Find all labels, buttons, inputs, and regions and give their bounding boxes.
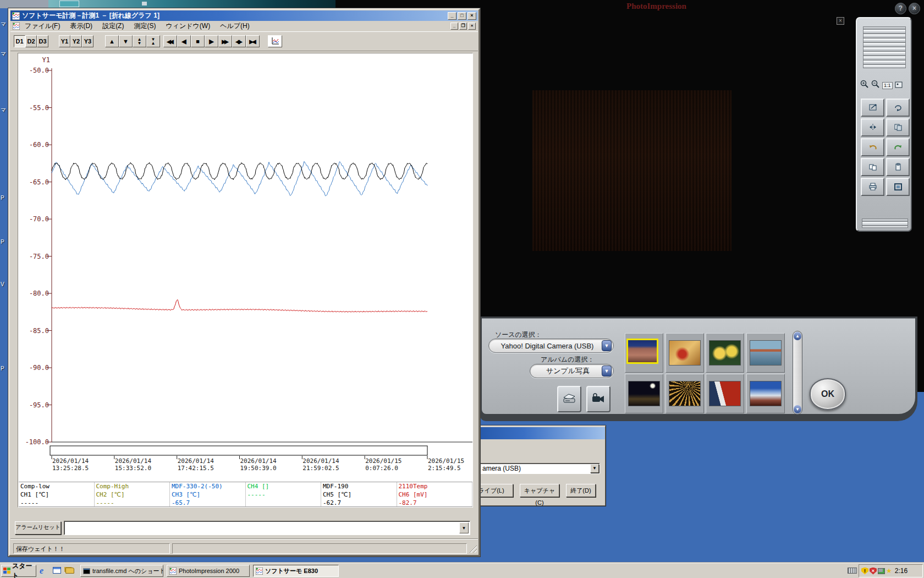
paste-button[interactable] (886, 158, 910, 176)
toolbar-button-d2[interactable]: D2 (25, 35, 37, 47)
resize-button[interactable] (861, 99, 884, 117)
desktop-icon-label-fragment: P (1, 366, 4, 372)
menu-s[interactable]: 測定(S) (129, 21, 161, 31)
acquire-camera-button[interactable] (586, 386, 610, 412)
acquire-scanner-button[interactable] (557, 386, 581, 412)
help-button[interactable]: ? (895, 3, 906, 14)
menu-d[interactable]: 表示(D) (65, 21, 97, 31)
menu-z[interactable]: 設定(Z) (97, 21, 129, 31)
softthermo-icon (256, 568, 263, 575)
fast-forward-icon[interactable]: ▶▶ (218, 35, 232, 47)
series-ch5 (52, 162, 427, 179)
stop-icon[interactable]: ■ (191, 35, 205, 47)
mdi-restore-button[interactable]: ❐ (459, 23, 467, 30)
meet-icon[interactable]: ▶◀ (246, 35, 260, 47)
star-icon[interactable]: ★ (886, 567, 892, 575)
thumbnail-yellow-flowers[interactable] (706, 333, 744, 373)
fit-image-icon[interactable] (895, 80, 903, 90)
copy-icon (868, 163, 877, 171)
rewind-icon[interactable]: ◀◀ (163, 35, 177, 47)
copy-button[interactable] (861, 158, 884, 176)
zoom-in-icon[interactable] (860, 80, 869, 91)
ok-button[interactable]: OK (810, 378, 846, 410)
chevron-down-icon[interactable]: ▼ (602, 340, 612, 351)
legend-channel: Comp-lowCH1 [℃]----- (19, 482, 95, 506)
toolbar-button-y1[interactable]: Y1 (59, 35, 70, 47)
x-tick-time: 21:59:02.5 (302, 465, 339, 472)
source-combo[interactable]: amera (USB) (464, 463, 600, 474)
show-desktop-icon[interactable] (65, 568, 74, 574)
down-icon[interactable]: ▼ (119, 35, 133, 47)
internet-explorer-icon[interactable]: e (40, 566, 43, 576)
menu-h[interactable]: ヘルプ(H) (215, 21, 255, 31)
camera-preview-image (532, 90, 732, 251)
step-back-icon[interactable]: ◀ (177, 35, 191, 47)
security-alert-icon[interactable]: × (870, 568, 877, 575)
thumbnail-harbor-boats[interactable] (746, 333, 785, 373)
x-tick-label: 2026/01/150:07:26.0 (365, 457, 402, 472)
toolbar-button-y3[interactable]: Y3 (82, 35, 94, 47)
thumbnail-city-night[interactable] (625, 374, 663, 413)
channel-value: ----- (20, 499, 94, 506)
duplicate-button[interactable] (886, 118, 910, 137)
security-warning-icon[interactable]: ! (861, 568, 868, 575)
thumbnail-rock-spires[interactable] (625, 333, 663, 373)
toolbar-button-d1[interactable]: D1 (14, 35, 25, 47)
redo-button[interactable] (886, 138, 910, 156)
task-button-0[interactable]: transfile.cmd へのショート... (80, 565, 163, 577)
outlook-express-icon[interactable] (53, 567, 61, 574)
thumbnail-scrollbar[interactable]: ▲ ▼ (793, 331, 802, 415)
print-button[interactable] (861, 178, 884, 196)
undo-button[interactable] (861, 138, 884, 156)
album-select-dropdown[interactable]: サンプル写真 ▼ (530, 364, 614, 378)
task-button-1[interactable]: PhotoImpression 2000 (167, 565, 250, 577)
scroll-down-icon[interactable]: ▼ (794, 405, 801, 413)
thumbnail-cardinal-bird[interactable] (666, 333, 704, 373)
thumbnail-desert-clouds[interactable] (746, 374, 785, 413)
menu-w[interactable]: ウィンドウ(W) (161, 21, 215, 31)
scroll-up-icon[interactable]: ▲ (794, 332, 801, 340)
toolbar-button-d3[interactable]: D3 (37, 35, 48, 47)
scanner-icon (562, 393, 576, 405)
up-icon[interactable]: ▲ (105, 35, 119, 47)
zoom-row: 1:1 (860, 80, 903, 91)
mdi-minimize-button[interactable]: _ (450, 23, 458, 30)
channel-id: CH3 [℃] (172, 490, 245, 499)
start-button[interactable]: スタート (1, 565, 36, 577)
preview-close-icon[interactable]: × (837, 17, 844, 25)
mdi-close-button[interactable]: × (468, 23, 476, 30)
menu-f[interactable]: ファイル(F) (20, 21, 65, 31)
combo-dropdown-icon[interactable]: ▼ (590, 464, 599, 473)
alarm-combo[interactable]: ▼ (64, 521, 470, 535)
expand-vertical-icon[interactable]: ▲▼ (133, 35, 146, 47)
graph-settings-button[interactable] (268, 35, 282, 47)
maximize-button[interactable]: □ (458, 12, 466, 20)
chevron-down-icon[interactable]: ▼ (602, 366, 612, 377)
zoom-out-icon[interactable] (871, 80, 880, 91)
resize-grip[interactable] (468, 544, 477, 553)
channel-name: Comp-low (20, 482, 94, 490)
divider (10, 538, 478, 539)
thumbnail-lighthouse-barn[interactable] (706, 374, 744, 413)
task-button-2[interactable]: ソフトサーモ E830 (253, 565, 339, 577)
close-button[interactable]: × (468, 12, 476, 20)
close-button[interactable]: × (909, 3, 920, 14)
dialog-button-2[interactable]: 終了(D) (566, 484, 596, 497)
step-forward-icon[interactable]: ▶ (205, 35, 218, 47)
source-select-dropdown[interactable]: Yahoo! Digital Camera (USB) ▼ (488, 339, 614, 353)
chevron-down-icon[interactable]: ▼ (459, 522, 469, 533)
frame-button[interactable] (886, 178, 910, 196)
split-out-icon[interactable]: ◀▶ (232, 35, 246, 47)
dialog-button-1[interactable]: キャプチャ(C) (520, 484, 559, 497)
keyboard-layout-icon[interactable] (848, 568, 857, 574)
minimize-button[interactable]: _ (448, 12, 457, 20)
x-tick-date: 2026/01/15 (365, 457, 402, 465)
toolbar-button-y2[interactable]: Y2 (70, 35, 82, 47)
thumbnail-light-spiral[interactable] (666, 374, 704, 413)
rotate-button[interactable] (886, 99, 910, 117)
channel-id: CH4 [] (248, 482, 321, 490)
flip-horizontal-button[interactable] (861, 118, 884, 137)
remove-hardware-icon[interactable] (878, 568, 885, 574)
alarm-reset-button[interactable]: アラームリセット (15, 521, 61, 535)
hourglass-icon[interactable]: ▼▲ (146, 35, 160, 47)
